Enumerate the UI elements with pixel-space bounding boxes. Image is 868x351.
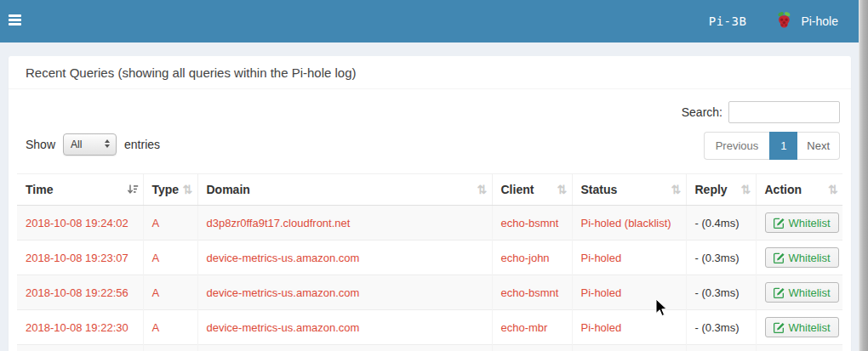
cell-reply: - (0.3ms) — [686, 310, 756, 345]
column-header-label: Reply — [695, 183, 728, 196]
column-header-status[interactable]: Status ⇅ — [572, 174, 686, 206]
sort-both-icon: ⇅ — [183, 183, 193, 196]
page-scrollbar[interactable] — [859, 0, 868, 351]
sort-both-icon: ⇅ — [477, 183, 488, 196]
whitelist-button[interactable]: Whitelist — [765, 247, 839, 268]
pencil-square-icon — [774, 252, 785, 263]
hostname-label: Pi-3B — [709, 14, 747, 28]
whitelist-button-label: Whitelist — [789, 286, 831, 299]
entries-length-control: Show All entries — [26, 133, 160, 156]
column-header-label: Status — [581, 183, 618, 196]
whitelist-button-label: Whitelist — [789, 321, 831, 334]
select-arrows-icon — [105, 139, 110, 148]
table-row: 2018-10-08 19:24:02 A d3p8zr0ffa9t17.clo… — [17, 206, 842, 241]
cell-client: echo-bsmnt — [492, 206, 572, 241]
pencil-square-icon — [774, 218, 785, 229]
cell-domain: device-metrics-us.amazon.com — [197, 310, 492, 345]
table-row: 2018-10-08 19:22:30 A device-metrics-us.… — [17, 310, 842, 345]
sort-both-icon: ⇅ — [741, 183, 751, 196]
whitelist-button-label: Whitelist — [789, 252, 831, 264]
column-header-label: Type — [152, 183, 180, 196]
column-header-domain[interactable]: Domain ⇅ — [197, 174, 492, 206]
cell-status: Pi-holed (blacklist) — [572, 206, 686, 241]
pencil-square-icon — [774, 322, 785, 333]
cell-action: Whitelist — [756, 241, 842, 275]
cell-type: A — [143, 206, 197, 241]
column-header-reply[interactable]: Reply ⇅ — [686, 174, 756, 206]
sort-descending-icon — [127, 184, 139, 195]
cell-client: echo-mbr — [492, 310, 572, 345]
column-header-label: Action — [765, 183, 802, 196]
column-header-label: Time — [26, 183, 53, 196]
cell-domain: device-metrics-us.amazon.com — [197, 275, 492, 310]
column-header-client[interactable]: Client ⇅ — [492, 174, 572, 206]
pihole-admin-screen: Pi-3B Pi-hole Recent Queries (show — [0, 0, 868, 351]
table-row: 2018-10-08 19:23:07 A device-metrics-us.… — [17, 241, 842, 275]
raspberry-pi-icon — [775, 11, 793, 32]
content-area: Recent Queries (showing all queries with… — [0, 42, 859, 351]
entries-select-value: All — [71, 139, 82, 150]
table-row-partial — [17, 345, 842, 351]
sidebar-toggle-icon[interactable] — [9, 14, 31, 30]
queries-table: Time ⇅ Type ⇅ Domain ⇅ — [17, 173, 842, 351]
pagination-previous-button[interactable]: Previous — [704, 132, 770, 160]
whitelist-button[interactable]: Whitelist — [765, 212, 839, 233]
column-header-label: Client — [501, 183, 534, 196]
cell-time: 2018-10-08 19:24:02 — [17, 206, 143, 241]
cell-client: echo-john — [492, 241, 572, 275]
cell-status: Pi-holed — [572, 310, 686, 345]
table-row: 2018-10-08 19:22:56 A device-metrics-us.… — [17, 275, 842, 310]
brand-label: Pi-hole — [801, 14, 838, 28]
pagination-next-button[interactable]: Next — [797, 132, 840, 160]
cell-status: Pi-holed — [572, 275, 686, 310]
column-header-action[interactable]: Action ⇅ — [756, 174, 842, 206]
cell-client: echo-bsmnt — [492, 275, 572, 310]
pagination: Previous 1 Next — [704, 132, 840, 160]
cell-reply: - (0.4ms) — [686, 206, 756, 241]
whitelist-button[interactable]: Whitelist — [765, 317, 839, 337]
show-label: Show — [26, 138, 55, 151]
navbar-right: Pi-3B Pi-hole — [709, 0, 838, 42]
cell-action: Whitelist — [756, 310, 842, 345]
column-header-label: Domain — [207, 183, 250, 196]
entries-select[interactable]: All — [63, 133, 117, 156]
search-input[interactable] — [728, 101, 840, 123]
sort-both-icon: ⇅ — [828, 183, 838, 196]
table-header-row: Time ⇅ Type ⇅ Domain ⇅ — [17, 174, 842, 206]
column-header-time[interactable]: Time ⇅ — [17, 174, 143, 206]
top-navbar: Pi-3B Pi-hole — [0, 0, 859, 42]
search-label: Search: — [682, 105, 722, 119]
cell-reply: - (0.3ms) — [686, 241, 756, 275]
cell-action: Whitelist — [756, 275, 842, 310]
cell-reply: - (0.3ms) — [686, 275, 756, 310]
cell-type: A — [143, 310, 197, 345]
cell-action: Whitelist — [756, 206, 842, 241]
sort-both-icon: ⇅ — [557, 183, 568, 196]
cell-time: 2018-10-08 19:23:07 — [17, 241, 143, 275]
cell-status: Pi-holed — [572, 241, 686, 275]
cell-domain: d3p8zr0ffa9t17.cloudfront.net — [197, 206, 492, 241]
panel-header: Recent Queries (showing all queries with… — [9, 56, 851, 89]
recent-queries-panel: Recent Queries (showing all queries with… — [9, 56, 851, 351]
cell-time: 2018-10-08 19:22:56 — [17, 275, 143, 310]
sort-both-icon: ⇅ — [671, 183, 682, 196]
cell-type: A — [143, 275, 197, 310]
cell-type: A — [143, 241, 197, 275]
table-body: 2018-10-08 19:24:02 A d3p8zr0ffa9t17.clo… — [17, 206, 842, 351]
search-row: Search: — [9, 101, 840, 123]
entries-label: entries — [124, 138, 160, 151]
whitelist-button-label: Whitelist — [789, 217, 831, 229]
pagination-page-1-button[interactable]: 1 — [769, 132, 797, 160]
pencil-square-icon — [774, 287, 785, 298]
cell-time: 2018-10-08 19:22:30 — [17, 310, 143, 345]
cell-domain: device-metrics-us.amazon.com — [197, 241, 492, 275]
column-header-type[interactable]: Type ⇅ — [143, 174, 197, 206]
page-title: Recent Queries (showing all queries with… — [26, 65, 842, 80]
whitelist-button[interactable]: Whitelist — [765, 282, 839, 303]
